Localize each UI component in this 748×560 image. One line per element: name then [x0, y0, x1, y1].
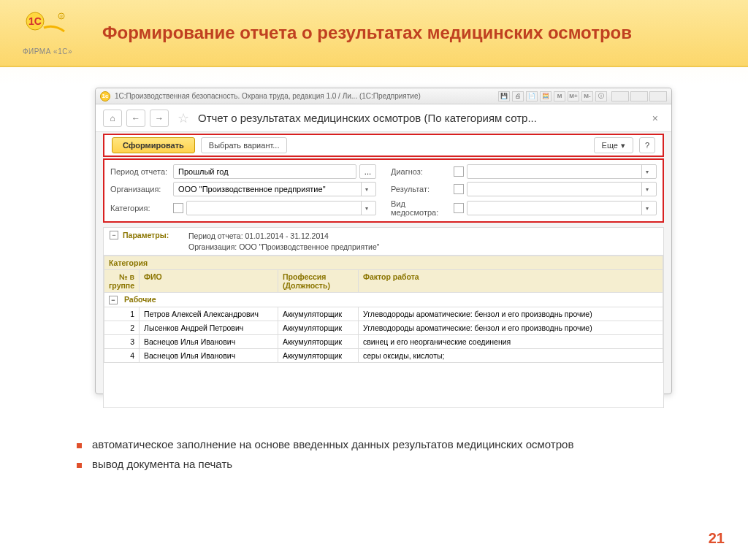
bullet-text: вывод документа на печать — [92, 458, 232, 470]
col-fio: ФИО — [140, 270, 278, 293]
chevron-down-icon: ▾ — [641, 182, 652, 196]
form-title: Отчет о результатах медицинских осмотров… — [198, 112, 642, 124]
more-button[interactable]: Еще▾ — [594, 137, 633, 153]
svg-text:1C: 1C — [28, 15, 42, 27]
tool-info-icon[interactable]: ⓘ — [595, 91, 607, 101]
tool-mminus[interactable]: M- — [581, 91, 593, 101]
home-button[interactable]: ⌂ — [103, 110, 122, 127]
app-icon: 1c — [100, 91, 110, 101]
tool-doc-icon[interactable]: 📄 — [526, 91, 538, 101]
params-line2: Организация: ООО "Производственное предп… — [188, 242, 380, 253]
chevron-down-icon: ▾ — [621, 141, 625, 150]
bullet-text: автоматическое заполнение на основе введ… — [92, 438, 573, 450]
close-tab-icon[interactable]: × — [646, 112, 664, 124]
org-input[interactable]: ООО "Производственное предприятие"▾ — [173, 182, 376, 196]
filters-panel: Период отчета: Прошлый год ... Диагноз: … — [103, 158, 664, 223]
diag-checkbox[interactable] — [454, 166, 464, 177]
period-input[interactable]: Прошлый год — [173, 164, 356, 179]
tool-print-icon[interactable]: 🖨 — [512, 91, 524, 101]
table-row: 1Петров Алексей АлександровичАккумулятор… — [104, 307, 663, 321]
titlebar-tools: 💾 🖨 📄 🧮 M M+ M- ⓘ — [498, 91, 607, 101]
tool-m[interactable]: M — [554, 91, 565, 101]
org-value: ООО "Производственное предприятие" — [178, 185, 326, 193]
params-text: Период отчета: 01.01.2014 - 31.12.2014 О… — [188, 231, 380, 252]
category-input[interactable]: ▾ — [186, 201, 376, 215]
org-label: Организация: — [110, 185, 170, 193]
tool-mplus[interactable]: M+ — [568, 91, 579, 101]
chevron-down-icon: ▾ — [641, 164, 652, 179]
help-button[interactable]: ? — [639, 137, 655, 153]
col-factor: Фактор работа — [359, 270, 663, 293]
more-label: Еще — [602, 141, 618, 150]
forward-button[interactable]: → — [150, 110, 169, 127]
collapse-icon[interactable]: − — [110, 231, 118, 239]
table-row: 2Лысенков Андрей ПетровичАккумуляторщикУ… — [104, 321, 663, 335]
tool-save-icon[interactable]: 💾 — [498, 91, 510, 101]
type-input[interactable]: ▾ — [467, 201, 657, 215]
params-label: Параметры: — [123, 231, 188, 252]
category-checkbox[interactable] — [173, 203, 183, 213]
minimize-button[interactable] — [611, 91, 629, 101]
tool-calc-icon[interactable]: 🧮 — [540, 91, 552, 101]
period-picker-button[interactable]: ... — [359, 164, 376, 179]
col-num: № в группе — [104, 270, 140, 293]
nav-row: ⌂ ← → ☆ Отчет о результатах медицинских … — [96, 104, 671, 132]
group-name: Рабочие — [124, 295, 156, 304]
favorite-icon[interactable]: ☆ — [178, 110, 189, 126]
back-button[interactable]: ← — [126, 110, 145, 127]
params-line1: Период отчета: 01.01.2014 - 31.12.2014 — [188, 231, 380, 242]
page-number: 21 — [709, 530, 725, 547]
svg-text:®: ® — [60, 15, 64, 19]
close-button[interactable] — [649, 91, 667, 101]
logo: 1C ® ФИРМА «1С» — [15, 11, 80, 55]
period-value: Прошлый год — [178, 167, 229, 176]
list-item: автоматическое заполнение на основе введ… — [77, 438, 573, 450]
variant-button[interactable]: Выбрать вариант... — [201, 137, 288, 153]
type-checkbox[interactable] — [454, 203, 464, 213]
logo-caption: ФИРМА «1С» — [23, 47, 72, 55]
titlebar-text: 1С:Производственная безопасность. Охрана… — [115, 92, 498, 100]
period-label: Период отчета: — [110, 167, 170, 176]
slide-header: 1C ® ФИРМА «1С» Формирование отчета о ре… — [0, 0, 748, 67]
category-header: Категория — [104, 256, 663, 270]
params-section: − Параметры: Период отчета: 01.01.2014 -… — [104, 228, 663, 256]
collapse-icon[interactable]: − — [109, 296, 118, 304]
slide-title: Формирование отчета о результатах медици… — [102, 23, 632, 44]
maximize-button[interactable] — [630, 91, 648, 101]
app-window: 1c 1С:Производственная безопасность. Охр… — [95, 88, 672, 394]
chevron-down-icon: ▾ — [361, 182, 371, 196]
toolbar: Сформировать Выбрать вариант... Еще▾ ? — [103, 134, 664, 157]
chevron-down-icon: ▾ — [361, 201, 371, 215]
bullet-list: автоматическое заполнение на основе введ… — [77, 438, 573, 477]
result-label: Результат: — [391, 185, 451, 193]
result-input[interactable]: ▾ — [467, 182, 657, 196]
report-table: Категория № в группе ФИО Профессия (Долж… — [104, 256, 663, 363]
diag-label: Диагноз: — [391, 167, 451, 176]
col-prof: Профессия (Должность) — [278, 270, 359, 293]
result-checkbox[interactable] — [454, 184, 464, 194]
bullet-icon — [77, 463, 82, 468]
category-label: Категория: — [110, 204, 170, 212]
titlebar: 1c 1С:Производственная безопасность. Охр… — [96, 88, 671, 104]
type-label: Вид медосмотра: — [391, 199, 451, 217]
report-body: − Параметры: Период отчета: 01.01.2014 -… — [103, 227, 664, 408]
list-item: вывод документа на печать — [77, 458, 573, 470]
bullet-icon — [77, 443, 82, 448]
table-row: 3Васнецов Илья ИвановичАккумуляторщиксви… — [104, 335, 663, 349]
generate-button[interactable]: Сформировать — [112, 137, 195, 153]
table-row: 4Васнецов Илья ИвановичАккумуляторщиксер… — [104, 349, 663, 363]
logo-badge: 1C ® — [25, 11, 70, 45]
diag-input[interactable]: ▾ — [467, 164, 657, 179]
chevron-down-icon: ▾ — [641, 201, 652, 215]
